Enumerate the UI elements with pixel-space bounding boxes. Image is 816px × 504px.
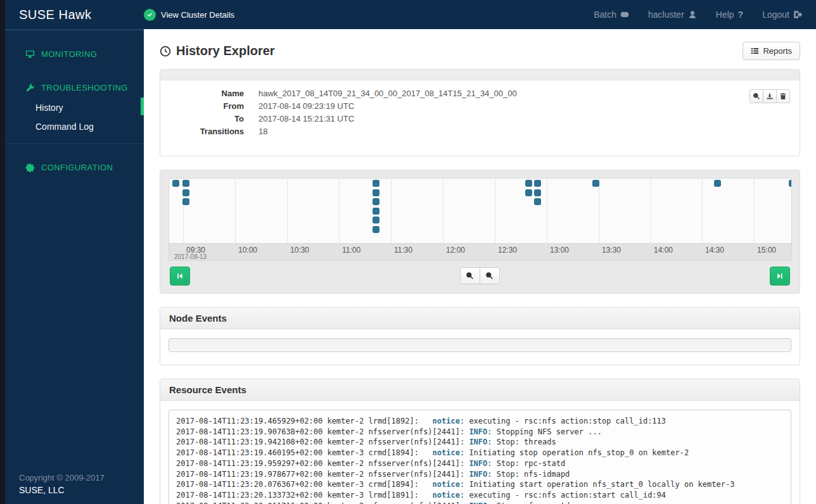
search-icon xyxy=(753,92,760,100)
timeline-tick-label: 09:30 xyxy=(186,246,205,255)
timeline-gridline xyxy=(702,179,703,244)
report-name-row: Name hawk_2017_08_14T09_21_34_00_00_2017… xyxy=(160,89,791,98)
app-logo[interactable]: SUSE Hawk xyxy=(0,0,144,29)
sidebar-item-history[interactable]: History xyxy=(0,99,144,117)
timeline-event-marker[interactable] xyxy=(373,180,379,187)
timeline-zoom-group xyxy=(461,267,500,284)
help-label: Help xyxy=(716,9,734,20)
user-menu[interactable]: hacluster xyxy=(648,9,697,20)
timeline-gridline xyxy=(754,179,755,244)
timeline-event-marker[interactable] xyxy=(373,217,379,224)
timeline-tick-label: 12:30 xyxy=(498,246,517,255)
help-icon: ? xyxy=(738,9,744,20)
timeline-zoom-in-button[interactable] xyxy=(460,267,480,284)
batch-label: Batch xyxy=(594,9,616,20)
timeline-controls xyxy=(169,267,791,286)
skip-to-end-icon xyxy=(776,272,784,280)
timeline-tick-label: 10:30 xyxy=(290,246,309,255)
timeline-gridline xyxy=(651,179,651,244)
resource-events-log[interactable]: 2017-08-14T11:23:19.465929+02:00 kemter-… xyxy=(169,410,791,504)
timeline-event-marker[interactable] xyxy=(182,180,189,187)
batch-toggle-icon xyxy=(620,10,629,19)
logout-button[interactable]: Logout xyxy=(762,9,802,20)
timeline-go-end-button[interactable] xyxy=(770,267,790,286)
resource-events-panel: Resource Events 2017-08-14T11:23:19.4659… xyxy=(160,379,800,504)
sidebar-item-configuration[interactable]: CONFIGURATION xyxy=(0,158,144,177)
timeline-gridline xyxy=(547,179,547,244)
timeline-axis: 2017-08-13 09:3010:0010:3011:0011:3012:0… xyxy=(169,243,791,260)
timeline-go-start-button[interactable] xyxy=(170,267,190,286)
logout-label: Logout xyxy=(762,9,789,20)
log-line: 2017-08-14T11:23:19.465929+02:00 kemter-… xyxy=(176,416,784,427)
timeline-gridline xyxy=(495,179,495,244)
company-text: SUSE, LLC xyxy=(19,485,105,495)
log-line: 2017-08-14T11:23:19.460195+02:00 kemter-… xyxy=(176,448,784,458)
timeline-event-marker[interactable] xyxy=(182,189,189,196)
view-cluster-details-link[interactable]: View Cluster Details xyxy=(144,9,234,21)
timeline-event-marker[interactable] xyxy=(789,180,792,187)
monitor-icon xyxy=(25,49,35,59)
timeline-event-marker[interactable] xyxy=(182,198,189,205)
zoom-out-icon xyxy=(485,272,494,280)
sidebar-footer: Copyright © 2009-2017 SUSE, LLC xyxy=(19,473,105,495)
main-content: History Explorer Reports Name hawk_2017_… xyxy=(144,29,816,504)
sidebar: MONITORING TROUBLESHOOTING History Comma… xyxy=(0,29,144,504)
timeline-event-marker[interactable] xyxy=(373,198,379,205)
sidebar-item-troubleshooting[interactable]: TROUBLESHOOTING xyxy=(0,78,144,98)
timeline-tick-label: 15:00 xyxy=(757,246,776,255)
log-level-badge: notice xyxy=(433,480,460,489)
timeline-tick-label: 14:30 xyxy=(705,246,724,255)
timeline-event-marker[interactable] xyxy=(525,189,532,196)
reports-button-label: Reports xyxy=(763,46,792,56)
timeline-event-marker[interactable] xyxy=(172,180,179,187)
log-level-badge: INFO xyxy=(469,459,487,468)
logout-icon xyxy=(793,10,802,19)
log-level-badge: notice xyxy=(433,417,460,425)
timeline-tick-label: 12:00 xyxy=(446,246,465,255)
reports-button[interactable]: Reports xyxy=(743,42,800,60)
timeline-event-marker[interactable] xyxy=(714,180,721,187)
timeline-event-marker[interactable] xyxy=(373,208,379,215)
help-menu[interactable]: Help ? xyxy=(716,9,743,20)
report-download-button[interactable] xyxy=(763,89,777,103)
timeline-event-marker[interactable] xyxy=(534,189,541,196)
troubleshooting-label: TROUBLESHOOTING xyxy=(41,83,128,92)
timeline-tick-label: 10:00 xyxy=(238,246,257,255)
sidebar-item-monitoring[interactable]: MONITORING xyxy=(0,44,144,64)
report-to-value: 2017-08-14 15:21:31 UTC xyxy=(258,114,354,123)
node-events-panel: Node Events xyxy=(160,307,800,365)
report-name-value: hawk_2017_08_14T09_21_34_00_00_2017_08_1… xyxy=(258,89,517,98)
monitoring-label: MONITORING xyxy=(41,49,97,59)
timeline-event-marker[interactable] xyxy=(534,198,541,205)
timeline-gridline xyxy=(235,179,236,244)
timeline-gridline xyxy=(287,179,288,244)
log-level-badge: INFO xyxy=(469,501,487,504)
report-delete-button[interactable] xyxy=(776,89,790,103)
timeline-event-marker[interactable] xyxy=(592,180,599,187)
to-label: To xyxy=(160,114,258,123)
timeline-event-marker[interactable] xyxy=(373,226,379,233)
resource-events-body: 2017-08-14T11:23:19.465929+02:00 kemter-… xyxy=(160,401,800,504)
copyright-text: Copyright © 2009-2017 xyxy=(19,473,105,482)
page-header: History Explorer Reports xyxy=(160,42,800,60)
timeline-panel: 2017-08-13 09:3010:0010:3011:0011:3012:0… xyxy=(160,170,800,294)
configuration-label: CONFIGURATION xyxy=(41,163,113,172)
timeline-widget[interactable]: 2017-08-13 09:3010:0010:3011:0011:3012:0… xyxy=(169,178,792,261)
timeline-gridline xyxy=(339,179,340,244)
sidebar-item-command-log[interactable]: Command Log xyxy=(0,118,144,135)
log-line: 2017-08-14T11:23:20.076367+02:00 kemter-… xyxy=(176,479,784,490)
zoom-in-icon xyxy=(466,272,474,280)
timeline-event-marker[interactable] xyxy=(525,180,532,187)
batch-button[interactable]: Batch xyxy=(594,9,629,20)
sidebar-divider xyxy=(0,143,144,144)
timeline-event-marker[interactable] xyxy=(373,189,379,196)
timeline-event-marker[interactable] xyxy=(534,180,541,187)
username-label: hacluster xyxy=(648,9,684,20)
log-level-badge: INFO xyxy=(469,470,487,479)
report-view-button[interactable] xyxy=(749,89,763,103)
view-cluster-details-label: View Cluster Details xyxy=(161,10,234,20)
topnav: Batch hacluster Help ? Logout xyxy=(594,9,816,20)
gear-icon xyxy=(25,163,35,172)
timeline-zoom-out-button[interactable] xyxy=(480,267,500,284)
trash-icon xyxy=(779,92,787,100)
